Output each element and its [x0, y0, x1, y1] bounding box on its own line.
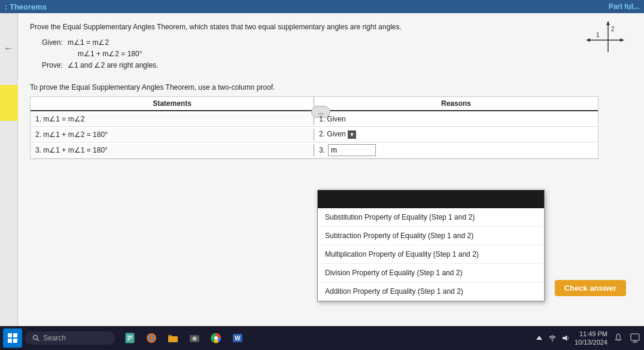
current-date: 10/13/2024 — [575, 338, 607, 346]
part-label: Part ful... — [609, 2, 639, 11]
svg-text:2: 2 — [611, 26, 615, 32]
given-2-row: m∠1 + m∠2 = 180° — [78, 48, 632, 60]
browser-icon — [145, 332, 157, 344]
statement-3: 3. m∠1 + m∠1 = 180° — [31, 144, 314, 156]
statement-1: 1. m∠1 = m∠2 — [31, 113, 314, 125]
dropdown-arrow-2[interactable]: ▼ — [348, 130, 356, 139]
svg-point-11 — [34, 336, 38, 340]
page-title: : Theorems — [5, 2, 47, 11]
file-icon — [124, 332, 136, 344]
svg-text:1: 1 — [596, 32, 600, 38]
proof-section: To prove the Equal Supplementary Angles … — [30, 83, 632, 159]
search-icon — [32, 334, 40, 342]
search-label: Search — [43, 334, 66, 342]
prove-text: ∠1 and ∠2 are right angles. — [68, 61, 158, 69]
given-label: Given: — [42, 38, 63, 47]
svg-rect-10 — [13, 339, 17, 343]
taskbar-icon-5[interactable] — [207, 329, 225, 347]
dropdown-option-2[interactable]: Subtraction Property of Equality (Step 1… — [318, 227, 544, 245]
taskbar-icon-1[interactable] — [121, 329, 139, 347]
svg-marker-6 — [586, 38, 590, 42]
check-answer-button[interactable]: Check answer — [555, 280, 626, 296]
taskbar-icon-4[interactable] — [186, 329, 203, 347]
word-icon: W — [232, 332, 244, 344]
chrome-icon — [210, 332, 222, 344]
statement-2: 2. m∠1 + m∠2 = 180° — [31, 129, 314, 141]
top-bar: : Theorems Part ful... — [0, 0, 644, 13]
proof-row-1: 1. m∠1 = m∠2 1. Given — [31, 111, 598, 127]
proof-intro-text: To prove the Equal Supplementary Angles … — [30, 83, 632, 92]
reason-2: 2. Given ▼ — [314, 128, 598, 141]
dropdown-menu: Substitution Property of Equality (Step … — [317, 190, 545, 302]
svg-rect-20 — [168, 336, 178, 342]
taskbar: Search — [0, 326, 644, 350]
given-section: Given: m∠1 = m∠2 m∠1 + m∠2 = 180° Prove:… — [42, 37, 632, 72]
wifi-icon — [548, 334, 557, 342]
sticky-note — [0, 85, 18, 121]
time-section: 11:49 PM 10/13/2024 — [575, 330, 607, 347]
taskbar-search-bar[interactable]: Search — [25, 331, 115, 345]
angle-diagram: 2 1 — [578, 19, 626, 55]
taskbar-icon-3[interactable] — [164, 329, 182, 347]
svg-rect-9 — [8, 339, 12, 343]
current-time: 11:49 PM — [575, 330, 607, 338]
svg-marker-1 — [606, 21, 610, 25]
svg-point-25 — [214, 336, 218, 340]
main-content: ← 2 1 Prove th — [0, 13, 644, 326]
chevron-up-icon[interactable] — [535, 334, 543, 342]
svg-line-12 — [37, 339, 40, 342]
proof-row-2: 2. m∠1 + m∠2 = 180° 2. Given ▼ — [31, 127, 598, 142]
svg-marker-3 — [620, 38, 624, 42]
theorem-text: Prove the Equal Supplementary Angles The… — [30, 22, 632, 32]
statements-header: Statements — [31, 97, 314, 110]
back-arrow[interactable]: ← — [4, 43, 14, 54]
taskbar-right: 11:49 PM 10/13/2024 — [535, 330, 641, 347]
svg-point-19 — [150, 336, 153, 340]
reason-1: 1. Given — [314, 113, 598, 125]
reason-3: 3. — [314, 142, 598, 158]
desktop-icon[interactable] — [629, 332, 641, 344]
svg-text:W: W — [235, 335, 241, 342]
left-sidebar: ← — [0, 13, 18, 326]
prove-row: Prove: ∠1 and ∠2 are right angles. — [42, 60, 632, 71]
given-label-row: Given: m∠1 = m∠2 — [42, 37, 632, 48]
dropdown-option-4[interactable]: Division Property of Equality (Step 1 an… — [318, 264, 544, 282]
prove-label: Prove: — [42, 61, 63, 69]
svg-marker-28 — [536, 336, 542, 340]
notification-icon[interactable] — [612, 332, 624, 344]
dropdown-option-3[interactable]: Multiplication Property of Equality (Ste… — [318, 245, 544, 264]
reason-3-input[interactable] — [328, 144, 376, 156]
svg-rect-30 — [631, 334, 639, 340]
taskbar-icons: W — [121, 329, 247, 347]
svg-marker-29 — [563, 335, 567, 341]
diagram-area: 2 1 — [578, 19, 626, 55]
camera-icon — [189, 332, 201, 344]
svg-rect-7 — [8, 333, 12, 337]
volume-icon — [561, 334, 570, 342]
svg-rect-8 — [13, 333, 17, 337]
reasons-header: Reasons — [314, 97, 598, 110]
dropdown-option-5[interactable]: Addition Property of Equality (Step 1 an… — [318, 282, 544, 301]
dropdown-header — [318, 190, 544, 208]
given-2: m∠1 + m∠2 = 180° — [78, 50, 142, 58]
taskbar-icon-word[interactable]: W — [229, 329, 247, 347]
taskbar-icon-2[interactable] — [142, 329, 160, 347]
dropdown-option-1[interactable]: Substitution Property of Equality (Step … — [318, 208, 544, 227]
svg-point-23 — [193, 337, 196, 340]
given-1: m∠1 = m∠2 — [68, 38, 109, 47]
proof-row-3: 3. m∠1 + m∠1 = 180° 3. — [31, 142, 598, 159]
start-button[interactable] — [3, 328, 22, 348]
content-panel: 2 1 Prove the Equal Supplementary Angles… — [18, 13, 644, 326]
folder-icon — [167, 332, 179, 344]
